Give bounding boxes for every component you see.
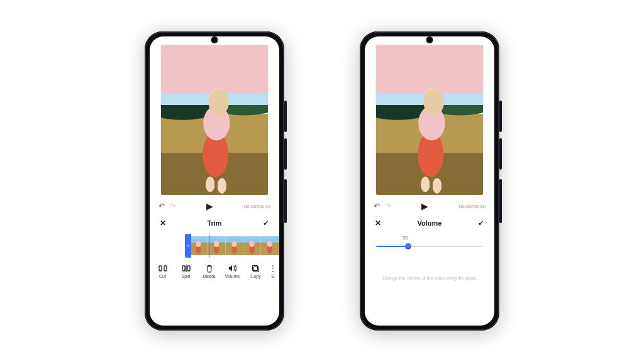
- play-button[interactable]: ▶: [206, 201, 213, 211]
- volume-slider[interactable]: [376, 242, 483, 251]
- playhead[interactable]: [209, 234, 209, 258]
- confirm-button[interactable]: ✓: [263, 219, 269, 228]
- cut-icon: [158, 264, 167, 273]
- undo-icon[interactable]: ↶: [158, 202, 165, 210]
- clip-strip[interactable]: [190, 236, 279, 255]
- play-button[interactable]: ▶: [421, 201, 428, 211]
- tool-label: Copy: [250, 274, 260, 278]
- panel-title: Trim: [207, 219, 221, 227]
- trim-timeline[interactable]: ‹: [150, 234, 279, 258]
- cancel-button[interactable]: ✕: [375, 219, 381, 228]
- tool-label: S: [271, 274, 274, 278]
- cancel-button[interactable]: ✕: [160, 219, 166, 228]
- more-icon: ⋮: [269, 264, 277, 273]
- thumb-frame: [190, 236, 208, 255]
- hw-volume-up: [499, 101, 502, 132]
- thumb-frame: [243, 236, 261, 255]
- tool-label: Cut: [159, 274, 166, 278]
- volume-icon: [228, 264, 237, 273]
- tool-cut[interactable]: Cut: [152, 264, 174, 278]
- svg-rect-1: [164, 266, 167, 271]
- thumb-frame: [261, 236, 279, 255]
- tool-label: Volume: [225, 274, 240, 278]
- tool-more[interactable]: ⋮ S: [269, 264, 277, 278]
- redo-icon: ↷: [170, 202, 176, 210]
- slider-thumb[interactable]: [405, 243, 411, 250]
- hw-power: [499, 179, 502, 223]
- tool-volume[interactable]: Volume: [222, 264, 243, 278]
- svg-rect-3: [187, 266, 190, 271]
- trim-handle-left[interactable]: ‹: [185, 234, 191, 258]
- timecode: 00:00/00:30: [244, 204, 270, 209]
- svg-rect-6: [253, 265, 258, 270]
- panel-title: Volume: [418, 219, 442, 227]
- confirm-button[interactable]: ✓: [478, 219, 484, 228]
- volume-hint: Change the volume of the video using the…: [376, 276, 483, 280]
- svg-rect-5: [254, 266, 259, 272]
- svg-rect-0: [159, 266, 162, 271]
- phone-trim: ↶ ↷ ▶ 00:00/00:30 ✕ Trim ✓: [145, 31, 284, 331]
- hw-volume-up: [284, 101, 287, 132]
- hw-volume-down: [499, 138, 502, 170]
- svg-rect-2: [182, 266, 185, 271]
- split-icon: [182, 264, 191, 273]
- redo-icon: ↷: [385, 202, 391, 210]
- copy-icon: [252, 264, 260, 273]
- undo-icon[interactable]: ↶: [374, 202, 380, 210]
- hw-volume-down: [284, 138, 287, 170]
- delete-icon: [206, 264, 213, 273]
- tool-copy[interactable]: Copy: [245, 264, 267, 278]
- hw-power: [284, 179, 287, 223]
- phone-volume: ↶ ↷ ▶ 00:00/00:30 ✕ Volume ✓ 30 Change t…: [360, 31, 499, 331]
- tool-split[interactable]: Split: [175, 264, 197, 278]
- thumb-frame: [226, 236, 243, 255]
- thumb-frame: [208, 236, 225, 255]
- timecode: 00:00/00:30: [459, 204, 486, 209]
- tool-delete[interactable]: Delete: [199, 264, 220, 278]
- slider-fill: [376, 246, 408, 247]
- tool-label: Split: [182, 274, 191, 278]
- video-preview[interactable]: [161, 45, 268, 195]
- edit-toolbar: Cut Split Delete: [150, 260, 279, 283]
- video-preview[interactable]: [376, 45, 483, 195]
- volume-value: 30: [402, 235, 483, 241]
- tool-label: Delete: [203, 274, 215, 278]
